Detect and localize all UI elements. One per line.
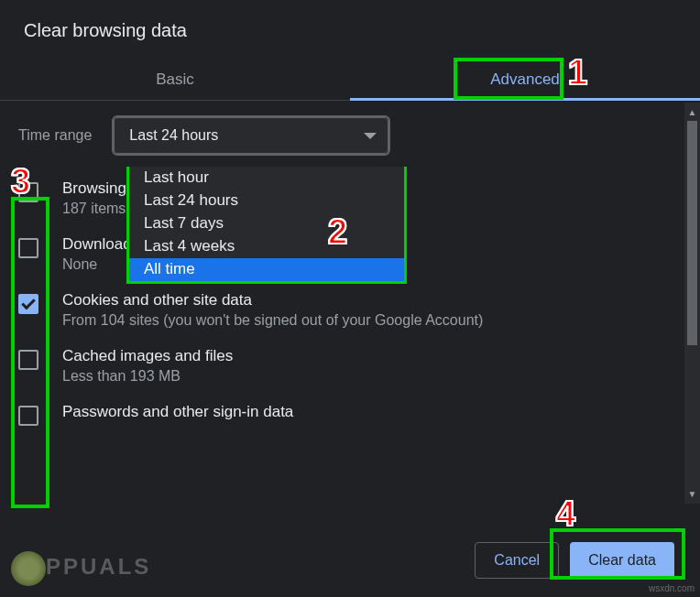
list-item[interactable]: Passwords and other sign-in data <box>18 394 676 435</box>
option-last-4-weeks[interactable]: Last 4 weeks <box>129 235 404 258</box>
list-item[interactable]: Cached images and files Less than 193 MB <box>18 338 676 394</box>
scroll-down-icon[interactable]: ▼ <box>684 486 700 502</box>
time-range-row: Time range Last 24 hours <box>18 117 676 154</box>
logo-icon <box>11 551 46 586</box>
checkbox-cookies[interactable] <box>18 294 38 314</box>
appuals-logo: PPUALS <box>11 551 151 586</box>
tab-advanced[interactable]: Advanced <box>350 58 700 100</box>
tabs: Basic Advanced <box>0 58 700 101</box>
scroll-up-icon[interactable]: ▲ <box>684 104 700 120</box>
item-title: Cached images and files <box>62 347 676 365</box>
item-subtitle: From 104 sites (you won't be signed out … <box>62 312 676 329</box>
item-text: Cookies and other site data From 104 sit… <box>62 291 676 329</box>
item-title: Passwords and other sign-in data <box>62 403 676 421</box>
scrollbar[interactable]: ▲ ▼ <box>684 103 700 504</box>
time-range-value: Last 24 hours <box>129 127 218 144</box>
option-last-7-days[interactable]: Last 7 days <box>129 212 404 235</box>
item-title: Cookies and other site data <box>62 291 676 309</box>
dialog-title: Clear browsing data <box>0 0 700 58</box>
time-range-select[interactable]: Last 24 hours <box>114 117 388 154</box>
clear-data-dialog: Clear browsing data Basic Advanced Time … <box>0 0 700 597</box>
checkbox-download-history[interactable] <box>18 238 38 258</box>
item-subtitle: Less than 193 MB <box>62 368 676 385</box>
time-range-label: Time range <box>18 127 92 144</box>
list-item[interactable]: Cookies and other site data From 104 sit… <box>18 282 676 338</box>
logo-text: PPUALS <box>46 554 151 579</box>
option-all-time[interactable]: All time <box>129 258 404 281</box>
tab-basic[interactable]: Basic <box>0 58 350 100</box>
item-text: Passwords and other sign-in data <box>62 403 676 424</box>
option-last-24-hours[interactable]: Last 24 hours <box>129 190 404 212</box>
cancel-button[interactable]: Cancel <box>475 542 559 579</box>
item-text: Cached images and files Less than 193 MB <box>62 347 676 385</box>
checkbox-browsing-history[interactable] <box>18 182 38 202</box>
time-range-dropdown: Last hour Last 24 hours Last 7 days Last… <box>126 167 407 284</box>
option-last-hour[interactable]: Last hour <box>129 167 404 190</box>
scroll-region: Time range Last 24 hours Browsing histor… <box>0 101 700 504</box>
clear-data-button[interactable]: Clear data <box>570 542 674 579</box>
watermark-text: wsxdn.com <box>649 583 695 593</box>
chevron-down-icon <box>364 133 377 139</box>
scrollbar-thumb[interactable] <box>687 121 697 345</box>
checkbox-passwords[interactable] <box>18 406 38 426</box>
checkbox-cached-images[interactable] <box>18 350 38 370</box>
